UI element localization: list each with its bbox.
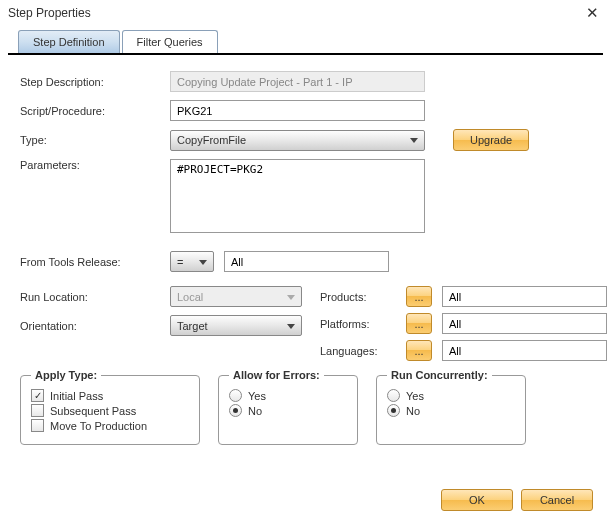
script-procedure-label: Script/Procedure: (20, 105, 170, 117)
products-browse-button[interactable]: ... (406, 286, 432, 307)
allow-errors-no-radio[interactable] (229, 404, 242, 417)
platforms-input[interactable] (442, 313, 607, 334)
allow-errors-no-label: No (248, 405, 262, 417)
run-concurrently-no-radio[interactable] (387, 404, 400, 417)
languages-label: Languages: (320, 345, 400, 357)
languages-browse-button[interactable]: ... (406, 340, 432, 361)
window-title: Step Properties (8, 6, 91, 20)
apply-type-group: Apply Type: Initial Pass Subsequent Pass… (20, 369, 200, 445)
upgrade-button[interactable]: Upgrade (453, 129, 529, 151)
from-tools-release-input[interactable] (224, 251, 389, 272)
orientation-select[interactable]: Target (170, 315, 302, 336)
tab-step-definition[interactable]: Step Definition (18, 30, 120, 53)
allow-for-errors-group: Allow for Errors: Yes No (218, 369, 358, 445)
run-location-label: Run Location: (20, 291, 170, 303)
subsequent-pass-label: Subsequent Pass (50, 405, 136, 417)
allow-errors-yes-radio[interactable] (229, 389, 242, 402)
step-description-value: Copying Update Project - Part 1 - IP (170, 71, 425, 92)
from-tools-release-label: From Tools Release: (20, 256, 170, 268)
parameters-label: Parameters: (20, 159, 170, 171)
initial-pass-label: Initial Pass (50, 390, 103, 402)
ok-button[interactable]: OK (441, 489, 513, 511)
tab-filter-queries[interactable]: Filter Queries (122, 30, 218, 53)
allow-errors-yes-label: Yes (248, 390, 266, 402)
run-concurrently-no-label: No (406, 405, 420, 417)
products-input[interactable] (442, 286, 607, 307)
type-label: Type: (20, 134, 170, 146)
type-select[interactable]: CopyFromFile (170, 130, 425, 151)
platforms-label: Platforms: (320, 318, 400, 330)
cancel-button[interactable]: Cancel (521, 489, 593, 511)
initial-pass-checkbox[interactable] (31, 389, 44, 402)
run-location-select: Local (170, 286, 302, 307)
run-concurrently-yes-label: Yes (406, 390, 424, 402)
run-concurrently-group: Run Concurrently: Yes No (376, 369, 526, 445)
run-concurrently-legend: Run Concurrently: (387, 369, 492, 381)
move-to-production-checkbox[interactable] (31, 419, 44, 432)
allow-for-errors-legend: Allow for Errors: (229, 369, 324, 381)
subsequent-pass-checkbox[interactable] (31, 404, 44, 417)
step-description-label: Step Description: (20, 76, 170, 88)
apply-type-legend: Apply Type: (31, 369, 101, 381)
products-label: Products: (320, 291, 400, 303)
parameters-input[interactable]: #PROJECT=PKG2 (170, 159, 425, 233)
move-to-production-label: Move To Production (50, 420, 147, 432)
from-tools-release-op-select[interactable]: = (170, 251, 214, 272)
orientation-label: Orientation: (20, 320, 170, 332)
script-procedure-input[interactable] (170, 100, 425, 121)
run-concurrently-yes-radio[interactable] (387, 389, 400, 402)
platforms-browse-button[interactable]: ... (406, 313, 432, 334)
close-icon[interactable]: ✕ (582, 4, 603, 22)
languages-input[interactable] (442, 340, 607, 361)
